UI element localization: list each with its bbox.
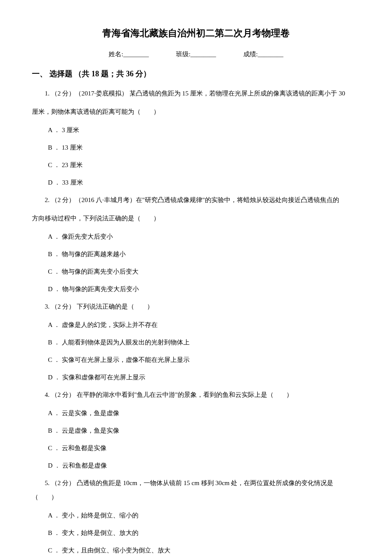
option-c: C ． 物与像的距离先变小后变大 <box>48 265 360 279</box>
option-b: B ． 13 厘米 <box>48 141 360 155</box>
section-heading: 一、 选择题 （共 18 题；共 36 分） <box>32 68 360 80</box>
option-a: A ． 变小，始终是倒立、缩小的 <box>48 509 360 523</box>
question-stem: 4. （2 分） 在平静的湖水中看到"鱼儿在云中游"的景象，看到的鱼和云实际上是… <box>32 388 360 402</box>
option-d: D ． 实像和虚像都可在光屏上显示 <box>48 370 360 384</box>
option-c: C ． 变大，且由倒立、缩小变为倒立、放大 <box>48 543 360 555</box>
option-c: C ． 23 厘米 <box>48 158 360 172</box>
page-title: 青海省海北藏族自治州初二第二次月考物理卷 <box>32 26 360 40</box>
option-a: A ． 云是实像，鱼是虚像 <box>48 406 360 420</box>
option-a: A ． 像距先变大后变小 <box>48 230 360 244</box>
question-stem: 3. （2 分） 下列说法正确的是（ ） <box>32 300 360 314</box>
question-stem-cont: 方向移动过程中，下列说法正确的是（ ） <box>32 211 360 225</box>
score-field: 成绩:________ <box>243 51 283 58</box>
option-c: C ． 云和鱼都是实像 <box>48 441 360 455</box>
question-stem: 1. （2 分）（2017·娄底模拟） 某凸透镜的焦距为 15 厘米，若物理在光… <box>32 87 360 101</box>
option-a: A ． 3 厘米 <box>48 123 360 137</box>
option-a: A ． 虚像是人的幻觉，实际上并不存在 <box>48 318 360 332</box>
question-stem-cont: 厘米，则物体离该透镜的距离可能为（ ） <box>32 105 360 119</box>
option-b: B ． 云是虚像，鱼是实像 <box>48 424 360 438</box>
option-d: D ． 物与像的距离先变大后变小 <box>48 282 360 296</box>
option-d: D ． 33 厘米 <box>48 176 360 190</box>
name-field: 姓名:________ <box>109 51 149 58</box>
question-5: 5. （2 分） 凸透镜的焦距是 10cm，一物体从镜前 15 cm 移到 30… <box>32 476 360 555</box>
question-1: 1. （2 分）（2017·娄底模拟） 某凸透镜的焦距为 15 厘米，若物理在光… <box>32 87 360 190</box>
question-stem: 2. （2 分）（2016 八·丰城月考）在"研究凸透镜成像规律"的实验中，将蜡… <box>32 193 360 207</box>
question-stem: 5. （2 分） 凸透镜的焦距是 10cm，一物体从镜前 15 cm 移到 30… <box>32 476 360 504</box>
option-b: B ． 物与像的距离越来越小 <box>48 247 360 261</box>
option-b: B ． 人能看到物体是因为人眼发出的光射到物体上 <box>48 335 360 350</box>
question-3: 3. （2 分） 下列说法正确的是（ ） A ． 虚像是人的幻觉，实际上并不存在… <box>32 300 360 384</box>
class-field: 班级:________ <box>176 51 216 58</box>
student-info-row: 姓名:________ 班级:________ 成绩:________ <box>32 49 360 59</box>
question-4: 4. （2 分） 在平静的湖水中看到"鱼儿在云中游"的景象，看到的鱼和云实际上是… <box>32 388 360 473</box>
option-d: D ． 云和鱼都是虚像 <box>48 459 360 473</box>
question-2: 2. （2 分）（2016 八·丰城月考）在"研究凸透镜成像规律"的实验中，将蜡… <box>32 193 360 296</box>
option-c: C ． 实像可在光屏上显示，虚像不能在光屏上显示 <box>48 353 360 367</box>
option-b: B ． 变大，始终是倒立、放大的 <box>48 526 360 540</box>
